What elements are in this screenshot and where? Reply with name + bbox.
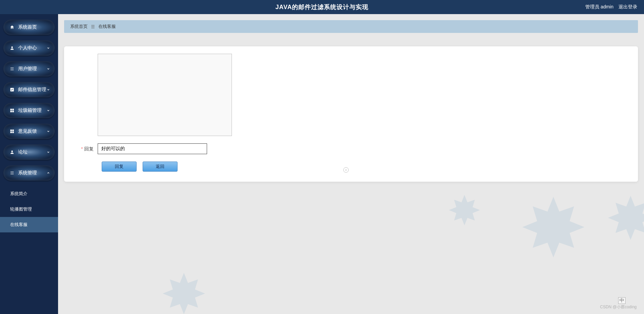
ime-indicator: 中 (618, 297, 626, 304)
grid-icon (9, 129, 15, 134)
sidebar-item-label: 个人中心 (18, 45, 37, 51)
list-icon (9, 66, 15, 72)
check-icon (9, 87, 15, 92)
sidebar-item-home[interactable]: 系统首页 (3, 19, 55, 35)
submenu-label: 在线客服 (10, 222, 28, 227)
user-label[interactable]: 管理员 admin (585, 4, 613, 10)
sidebar-item-users[interactable]: 用户管理 (3, 61, 55, 77)
submit-button[interactable]: 回复 (102, 162, 137, 172)
svg-marker-12 (449, 195, 480, 225)
svg-point-0 (11, 46, 13, 48)
svg-rect-4 (10, 111, 12, 113)
app-title: JAVA的邮件过滤系统设计与实现 (276, 3, 368, 11)
grid-icon (9, 108, 15, 113)
sidebar-item-profile[interactable]: 个人中心 (3, 40, 55, 56)
sidebar-item-label: 系统管理 (18, 170, 37, 176)
svg-rect-2 (10, 109, 12, 110)
chevron-down-icon (47, 150, 50, 154)
sidebar-item-mail[interactable]: 邮件信息管理 (3, 82, 55, 97)
app-header: JAVA的邮件过滤系统设计与实现 管理员 admin 退出登录 (0, 0, 644, 14)
main-content: 系统首页 ☰ 在线客服 回复 回复 返回 × (58, 14, 644, 314)
chat-history-area[interactable] (98, 54, 232, 136)
header-right: 管理员 admin 退出登录 (585, 0, 637, 14)
submenu-item-intro[interactable]: 系统简介 (0, 186, 58, 201)
svg-marker-13 (523, 197, 585, 257)
svg-rect-3 (12, 109, 14, 110)
breadcrumb-root[interactable]: 系统首页 (70, 24, 88, 30)
reply-label: 回复 (74, 143, 98, 154)
chevron-up-icon (47, 171, 50, 175)
logout-link[interactable]: 退出登录 (618, 4, 637, 10)
svg-point-10 (11, 150, 13, 152)
chevron-down-icon (47, 130, 50, 133)
sidebar-item-label: 垃圾箱管理 (18, 107, 42, 114)
decorative-star (604, 193, 644, 247)
sidebar-item-label: 系统首页 (18, 24, 37, 30)
user-icon (9, 149, 15, 155)
svg-rect-9 (12, 132, 14, 133)
sidebar-item-label: 论坛 (18, 149, 28, 155)
decorative-star (446, 193, 483, 230)
breadcrumb-current: 在线客服 (98, 24, 116, 30)
user-icon (9, 45, 15, 51)
list-icon (9, 170, 15, 176)
sidebar-item-forum[interactable]: 论坛 (3, 144, 55, 160)
sidebar: 系统首页 个人中心 用户管理 邮件信息管理 垃圾箱管理 (0, 14, 58, 314)
submenu-label: 轮播图管理 (10, 207, 32, 212)
svg-marker-14 (608, 196, 644, 240)
chevron-down-icon (47, 46, 50, 50)
decorative-star (516, 193, 590, 267)
chevron-down-icon (47, 88, 50, 91)
svg-rect-7 (12, 130, 14, 131)
svg-marker-11 (163, 273, 205, 314)
form-card: 回复 回复 返回 (64, 46, 638, 182)
chevron-down-icon (47, 67, 50, 71)
svg-rect-6 (10, 130, 12, 131)
submenu-item-carousel[interactable]: 轮播图管理 (0, 201, 58, 217)
submenu-label: 系统简介 (10, 191, 28, 196)
clear-icon[interactable]: × (343, 167, 349, 173)
chevron-down-icon (47, 109, 50, 112)
breadcrumb-separator: ☰ (91, 24, 95, 29)
sidebar-item-label: 用户管理 (18, 66, 37, 72)
decorative-star (159, 270, 209, 314)
sidebar-item-system[interactable]: 系统管理 (3, 165, 55, 181)
sidebar-item-feedback[interactable]: 意见反馈 (3, 124, 55, 139)
sidebar-item-trash[interactable]: 垃圾箱管理 (3, 103, 55, 118)
sidebar-item-label: 意见反馈 (18, 128, 37, 134)
breadcrumb: 系统首页 ☰ 在线客服 (64, 20, 638, 33)
sidebar-item-label: 邮件信息管理 (18, 87, 46, 93)
back-button[interactable]: 返回 (143, 162, 178, 172)
watermark: CSDN @小蔡coding (600, 304, 637, 310)
svg-rect-8 (10, 132, 12, 133)
svg-rect-5 (12, 111, 14, 113)
home-icon (9, 25, 15, 30)
reply-input[interactable] (98, 143, 207, 154)
submenu-item-service[interactable]: 在线客服 (0, 217, 58, 232)
